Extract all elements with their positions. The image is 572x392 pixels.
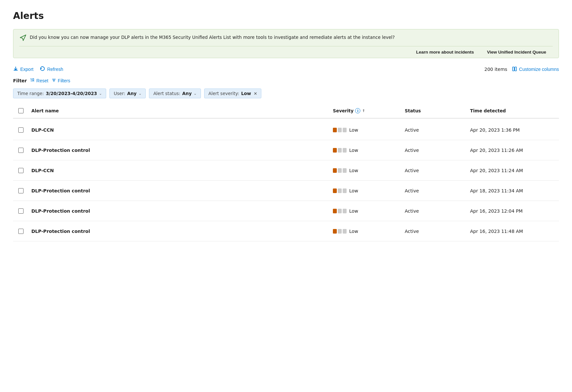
sort-icon[interactable]: ↑ (362, 109, 365, 113)
page-title: Alerts (13, 10, 559, 21)
row-severity-cell-5: Low (330, 225, 402, 238)
severity-bar (338, 148, 342, 153)
severity-bar (338, 128, 342, 132)
filter-chips-row: Time range: 3/20/2023-4/20/2023 ⌄ User: … (13, 89, 559, 98)
row-severity-text-4: Low (349, 208, 358, 214)
row-checkbox-cell-0 (13, 123, 29, 137)
filter-chip-0[interactable]: Time range: 3/20/2023-4/20/2023 ⌄ (13, 89, 106, 98)
row-alert-name-5: DLP-Protection control (29, 225, 330, 238)
filter-chip-dropdown-0[interactable]: ⌄ (99, 91, 102, 96)
row-alert-name-1: DLP-Protection control (29, 144, 330, 157)
row-alert-name-4: DLP-Protection control (29, 204, 330, 218)
row-checkbox-0[interactable] (18, 127, 24, 133)
row-alert-name-2: DLP-CCN (29, 164, 330, 177)
severity-bar (333, 209, 337, 213)
table-row[interactable]: DLP-Protection control Low Active Apr 16… (13, 221, 559, 241)
filter-chip-1[interactable]: User: Any ⌄ (109, 89, 146, 98)
items-count: 200 items (484, 67, 507, 72)
refresh-icon (40, 66, 45, 73)
row-status-1: Active (402, 144, 467, 157)
header-time-detected: Time detected (467, 106, 559, 115)
filters-label: Filters (58, 78, 70, 83)
filter-row: Filter Reset Filters (13, 78, 559, 83)
row-time-3: Apr 18, 2023 11:34 AM (467, 184, 559, 197)
info-banner: Did you know you can now manage your DLP… (13, 29, 559, 58)
severity-bar (343, 188, 347, 193)
select-all-checkbox[interactable] (18, 108, 24, 113)
row-severity-cell-3: Low (330, 184, 402, 197)
filter-label: Filter (13, 78, 27, 83)
filter-chip-3[interactable]: Alert severity: Low ✕ (204, 89, 261, 98)
megaphone-icon (19, 34, 26, 43)
reset-label: Reset (36, 78, 48, 83)
filter-chip-value-2: Any (182, 91, 192, 96)
severity-bars-3 (333, 188, 347, 193)
export-button[interactable]: Export (13, 66, 33, 73)
reset-filter-icon (30, 78, 35, 83)
reset-filter-button[interactable]: Reset (30, 78, 48, 83)
row-checkbox-4[interactable] (18, 208, 24, 214)
refresh-button[interactable]: Refresh (40, 66, 63, 73)
row-checkbox-cell-1 (13, 144, 29, 157)
row-checkbox-1[interactable] (18, 148, 24, 153)
filter-chip-value-1: Any (127, 91, 137, 96)
row-time-5: Apr 16, 2023 11:48 AM (467, 225, 559, 238)
banner-text: Did you know you can now manage your DLP… (30, 34, 395, 41)
severity-bar (343, 168, 347, 173)
filter-chip-dropdown-1[interactable]: ⌄ (139, 91, 141, 96)
severity-bar (333, 128, 337, 132)
filter-chip-close-3[interactable]: ✕ (254, 91, 257, 96)
learn-more-button[interactable]: Learn more about incidents (410, 46, 481, 58)
row-severity-cell-2: Low (330, 164, 402, 177)
filters-button[interactable]: Filters (52, 78, 70, 83)
filter-chip-2[interactable]: Alert status: Any ⌄ (149, 89, 201, 98)
header-alert-name: Alert name (29, 106, 330, 115)
row-status-3: Active (402, 184, 467, 197)
customize-columns-button[interactable]: Customize columns (512, 66, 559, 73)
row-checkbox-2[interactable] (18, 168, 24, 173)
filter-chip-label-3: Alert severity: (208, 91, 239, 96)
row-checkbox-cell-4 (13, 204, 29, 218)
severity-bar (333, 229, 337, 234)
table-row[interactable]: DLP-Protection control Low Active Apr 16… (13, 201, 559, 221)
svg-rect-0 (513, 67, 514, 71)
severity-bars-1 (333, 148, 347, 153)
row-checkbox-cell-5 (13, 225, 29, 238)
table-row[interactable]: DLP-Protection control Low Active Apr 18… (13, 181, 559, 201)
severity-bar (343, 209, 347, 213)
row-severity-text-0: Low (349, 127, 358, 133)
row-status-0: Active (402, 123, 467, 137)
filters-icon (52, 78, 56, 83)
severity-bars-0 (333, 128, 347, 132)
row-time-4: Apr 16, 2023 12:04 PM (467, 204, 559, 218)
filter-chip-label-2: Alert status: (153, 91, 180, 96)
severity-bars-2 (333, 168, 347, 173)
toolbar-right: 200 items Customize columns (484, 66, 559, 73)
row-checkbox-cell-2 (13, 164, 29, 177)
severity-info-icon[interactable]: i (355, 108, 360, 113)
filter-chip-value-0: 3/20/2023-4/20/2023 (46, 91, 97, 96)
view-queue-button[interactable]: View Unified Incident Queue (481, 46, 553, 58)
row-checkbox-3[interactable] (18, 188, 24, 193)
severity-bars-5 (333, 229, 347, 234)
table-row[interactable]: DLP-Protection control Low Active Apr 20… (13, 140, 559, 160)
row-status-2: Active (402, 164, 467, 177)
svg-point-10 (54, 80, 55, 81)
refresh-label: Refresh (47, 67, 63, 72)
row-time-2: Apr 20, 2023 11:24 AM (467, 164, 559, 177)
row-severity-text-2: Low (349, 168, 358, 173)
row-severity-cell-1: Low (330, 144, 402, 157)
severity-bar (343, 128, 347, 132)
severity-bar (338, 168, 342, 173)
table-row[interactable]: DLP-CCN Low Active Apr 20, 2023 11:24 AM (13, 160, 559, 181)
filter-chip-dropdown-2[interactable]: ⌄ (194, 91, 197, 96)
filter-chip-value-3: Low (241, 91, 251, 96)
table-row[interactable]: DLP-CCN Low Active Apr 20, 2023 1:36 PM (13, 120, 559, 140)
table-body: DLP-CCN Low Active Apr 20, 2023 1:36 PM … (13, 120, 559, 241)
header-status: Status (402, 106, 467, 115)
filter-chip-label-0: Time range: (17, 91, 44, 96)
severity-bar (338, 209, 342, 213)
row-checkbox-5[interactable] (18, 229, 24, 234)
customize-columns-icon (512, 66, 517, 73)
row-checkbox-cell-3 (13, 184, 29, 197)
